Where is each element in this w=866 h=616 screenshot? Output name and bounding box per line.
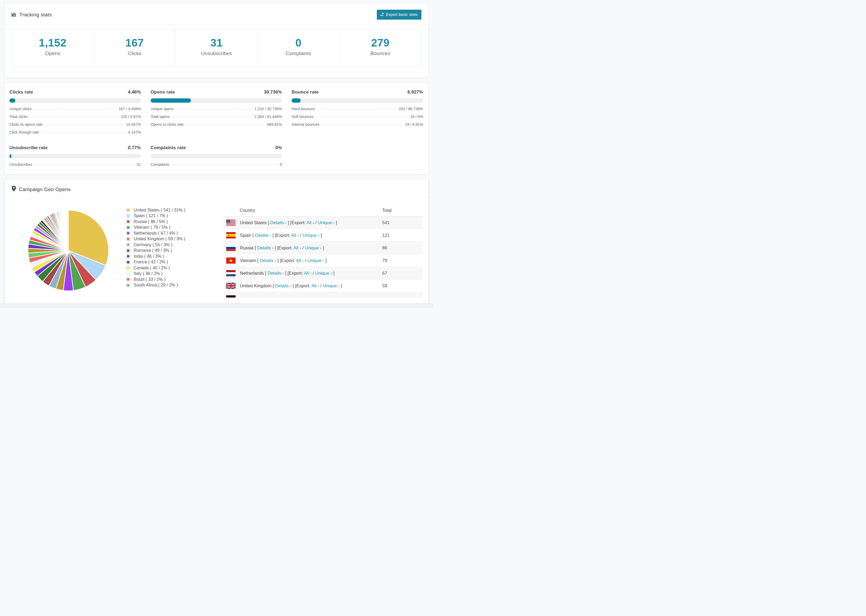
- rate-row: Click through rate4.147%: [9, 130, 141, 138]
- details-link[interactable]: Details ›: [257, 245, 274, 250]
- bracket-close: ]: [341, 283, 342, 288]
- rate-row-value: 4.147%: [128, 130, 141, 134]
- rate-value: 30.736%: [264, 90, 282, 95]
- rate-title: Unsubscribe rate: [9, 145, 47, 151]
- rate-row: Soft bounces18 / 0%: [291, 115, 423, 122]
- geo-legend: United States ( 541 / 31% )Spain ( 121 /…: [126, 207, 185, 288]
- bracket: [: [265, 271, 266, 275]
- slash: /: [300, 233, 302, 237]
- slash: /: [315, 220, 318, 225]
- pie-slice[interactable]: [68, 210, 69, 250]
- legend-swatch: [126, 283, 130, 287]
- details-link[interactable]: Details ›: [255, 233, 271, 237]
- geo-pie-chart[interactable]: [27, 209, 110, 292]
- legend-label: Netherlands ( 67 / 4% ): [134, 231, 178, 236]
- country-cell: United Kingdom [ Details › ] [Export: Al…: [240, 283, 382, 288]
- export-all-link[interactable]: All ›: [304, 271, 312, 275]
- legend-item: Russia ( 86 / 5% ): [126, 219, 185, 225]
- legend-label: Italy ( 36 / 2% ): [134, 271, 163, 276]
- details-link[interactable]: Details ›: [270, 220, 287, 225]
- table-row: United Kingdom [ Details › ] [Export: Al…: [224, 280, 422, 292]
- total-cell: 67: [382, 271, 422, 276]
- legend-item: South Africa ( 29 / 2% ): [126, 283, 185, 288]
- legend-swatch: [126, 266, 130, 270]
- export-all-link[interactable]: All ›: [293, 245, 301, 250]
- legend-item: United Kingdom ( 59 / 3% ): [126, 236, 185, 242]
- dotted-leader: [30, 117, 119, 117]
- legend-item: Germany ( 55 / 3% ): [126, 242, 185, 248]
- rate-row-label: Complaints: [151, 162, 169, 167]
- export-label: ] [Export:: [275, 245, 292, 250]
- rate-title: Opens rate: [151, 90, 175, 95]
- details-link[interactable]: Details ›: [268, 271, 284, 275]
- total-column-header: Total: [382, 208, 422, 213]
- rate-head: Opens rate30.736%: [151, 90, 282, 95]
- export-label: ] [Export:: [293, 283, 310, 288]
- rate-row: Internal bounces19 / 6.81%: [291, 122, 423, 130]
- legend-swatch: [126, 231, 130, 235]
- dotted-leader: [34, 165, 135, 165]
- rate-row: Clicks to opens rate14.497%: [9, 122, 141, 130]
- rate-block-complaints: Complaints rate0%Complaints0: [151, 145, 282, 170]
- rate-row-value: 14.497%: [126, 122, 141, 127]
- geo-title-text: Campaign Geo Opens: [19, 187, 71, 192]
- legend-label: Canada ( 40 / 2% ): [134, 266, 170, 270]
- country-cell: Russia [ Details › ] [Export: All › / Un…: [240, 245, 382, 250]
- rate-block-opens: Opens rate30.736%Unique opens1,152 / 30.…: [151, 90, 282, 138]
- rate-row-label: Click through rate: [9, 130, 39, 134]
- details-link[interactable]: Details ›: [260, 258, 276, 263]
- legend-swatch: [126, 214, 130, 218]
- legend-item: Italy ( 36 / 2% ): [126, 271, 185, 277]
- rate-row-value: 1,152 / 30.736%: [254, 107, 282, 111]
- export-unique-link[interactable]: Unique ›: [315, 271, 332, 275]
- rate-title: Bounce rate: [291, 90, 318, 95]
- gb-flag-icon: [226, 283, 236, 289]
- legend-label: Spain ( 121 / 7% ): [134, 214, 168, 218]
- export-unique-link[interactable]: Unique ›: [323, 283, 339, 288]
- export-label: ] [Export:: [285, 271, 303, 275]
- export-unique-link[interactable]: Unique ›: [302, 233, 319, 237]
- bracket: [: [257, 258, 259, 263]
- rate-row-value: 220 / 5.87%: [121, 115, 141, 119]
- legend-swatch: [126, 254, 130, 258]
- export-all-link[interactable]: All ›: [296, 258, 304, 263]
- export-all-link[interactable]: All ›: [307, 220, 314, 225]
- legend-swatch: [126, 225, 130, 229]
- rate-row-label: Soft bounces: [291, 115, 313, 119]
- rate-value: 4.46%: [128, 90, 141, 95]
- export-basic-stats-button[interactable]: Export basic stats: [377, 10, 422, 20]
- table-row: Netherlands [ Details › ] [Export: All ›…: [224, 267, 422, 280]
- rate-row: Hard bounces242 / 86.738%: [291, 107, 423, 115]
- export-all-link[interactable]: All ›: [312, 283, 319, 288]
- geo-table-wrap: Country Total United States [ Details › …: [224, 204, 422, 297]
- export-unique-link[interactable]: Unique ›: [307, 258, 324, 263]
- legend-label: Russia ( 86 / 5% ): [134, 219, 168, 224]
- legend-swatch: [126, 248, 130, 253]
- progress-bar-fill: [9, 98, 15, 103]
- rate-row: Opens to clicks rate689.82%: [151, 122, 282, 130]
- bracket-close: ]: [321, 233, 322, 237]
- tracking-stats-title: Tracking stats: [11, 11, 52, 18]
- rate-block-clicks: Clicks rate4.46%Unique clicks167 / 4.456…: [9, 90, 141, 138]
- geo-table-header: Country Total: [224, 204, 422, 216]
- export-all-link[interactable]: All ›: [291, 233, 299, 237]
- rate-row: Unique clicks167 / 4.456%: [9, 107, 141, 115]
- country-cell: United States [ Details › ] [Export: All…: [240, 220, 382, 225]
- country-name: United States: [240, 220, 266, 225]
- total-cell: 59: [382, 283, 422, 288]
- page-bottom-strip: [0, 303, 433, 308]
- export-unique-link[interactable]: Unique ›: [305, 245, 321, 250]
- country-name: Netherlands: [240, 271, 264, 275]
- stat-label: Opens: [12, 50, 94, 57]
- de-flag-icon: [226, 295, 236, 298]
- geo-divider: [5, 198, 428, 198]
- export-unique-link[interactable]: Unique ›: [318, 220, 335, 225]
- total-cell: 541: [382, 220, 422, 225]
- table-row: Russia [ Details › ] [Export: All › / Un…: [224, 242, 422, 254]
- details-link[interactable]: Details ›: [275, 283, 291, 288]
- stat-cell-opens: 1,152Opens: [12, 30, 94, 67]
- legend-label: Romania ( 49 / 3% ): [134, 248, 172, 253]
- header-divider: [5, 24, 428, 25]
- campaign-geo-opens-card: Campaign Geo Opens United States ( 541 /…: [4, 179, 429, 303]
- stat-value: 1,152: [12, 37, 94, 48]
